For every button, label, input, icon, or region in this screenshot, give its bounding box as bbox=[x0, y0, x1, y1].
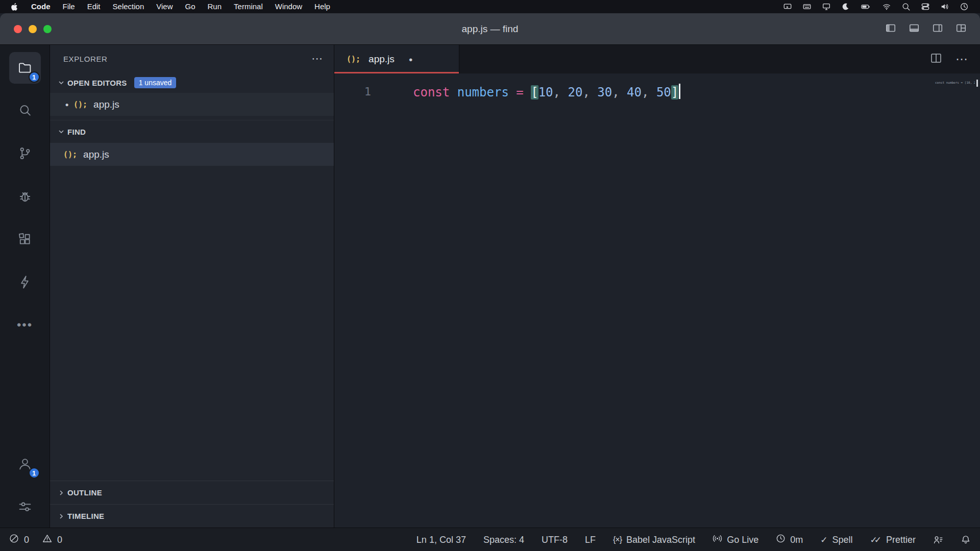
encoding-indicator[interactable]: UTF-8 bbox=[542, 535, 568, 545]
cursor-position-indicator[interactable]: Ln 1, Col 37 bbox=[416, 535, 466, 545]
minimap[interactable]: const numbers = [10, 20, 30, 40, 50] bbox=[935, 81, 975, 85]
section-find-folder[interactable]: FIND bbox=[50, 120, 334, 143]
menu-help[interactable]: Help bbox=[308, 0, 336, 13]
accounts-status-icon[interactable] bbox=[933, 535, 943, 545]
open-editor-app-js[interactable]: ● (); app.js bbox=[50, 93, 334, 116]
chevron-down-icon bbox=[55, 79, 67, 87]
tab-app-js[interactable]: (); app.js ● bbox=[334, 45, 459, 73]
file-app-js[interactable]: (); app.js bbox=[50, 143, 334, 166]
language-mode-indicator[interactable]: {×} Babel JavaScript bbox=[613, 535, 695, 545]
settings-sliders-icon bbox=[17, 499, 33, 514]
toggle-primary-sidebar-icon[interactable] bbox=[885, 22, 896, 36]
sidebar-title: EXPLORER bbox=[63, 55, 108, 63]
display-icon[interactable] bbox=[822, 2, 831, 11]
code-area[interactable]: 1 const numbers = [10, 20, 30, 40, 50] c… bbox=[334, 73, 980, 528]
menu-terminal[interactable]: Terminal bbox=[228, 0, 269, 13]
notifications-bell-icon[interactable] bbox=[961, 535, 971, 545]
menu-view[interactable]: View bbox=[150, 0, 179, 13]
minimize-window-button[interactable] bbox=[29, 25, 37, 33]
activity-explorer[interactable]: 1 bbox=[9, 52, 41, 84]
file-name: app.js bbox=[83, 149, 109, 160]
menu-run[interactable]: Run bbox=[202, 0, 228, 13]
toggle-panel-icon[interactable] bbox=[909, 22, 920, 36]
status-bar: 0 0 Ln 1, Col 37 Spaces: 4 UTF-8 LF {×} … bbox=[0, 528, 980, 551]
keyboard-icon[interactable] bbox=[802, 2, 812, 11]
menu-window[interactable]: Window bbox=[269, 0, 308, 13]
extensions-icon bbox=[17, 232, 33, 247]
go-live-button[interactable]: Go Live bbox=[713, 534, 758, 546]
eol-indicator[interactable]: LF bbox=[585, 535, 596, 545]
activity-thunder-client[interactable] bbox=[9, 266, 41, 298]
timeline-label: TIMELINE bbox=[67, 512, 104, 520]
window-controls bbox=[0, 25, 52, 33]
sidebar-header: EXPLORER ⋯ bbox=[50, 45, 334, 72]
window-title: app.js — find bbox=[0, 23, 980, 35]
unsaved-count-badge: 1 unsaved bbox=[134, 77, 177, 88]
spell-checker-indicator[interactable]: ✓ Spell bbox=[820, 535, 852, 545]
section-outline[interactable]: OUTLINE bbox=[50, 481, 334, 504]
tab-modified-dot-icon[interactable]: ● bbox=[409, 56, 413, 63]
folder-name-label: FIND bbox=[67, 128, 86, 136]
error-icon bbox=[9, 534, 19, 546]
tab-file-name: app.js bbox=[369, 54, 395, 65]
ellipsis-icon: ••• bbox=[17, 318, 33, 332]
activity-run-debug[interactable] bbox=[9, 181, 41, 212]
section-timeline[interactable]: TIMELINE bbox=[50, 504, 334, 528]
activity-accounts[interactable]: 1 bbox=[9, 448, 41, 480]
modified-dot-icon[interactable]: ● bbox=[60, 101, 74, 108]
chevron-right-icon bbox=[55, 489, 67, 497]
apple-menu-icon[interactable] bbox=[3, 3, 25, 11]
zoom-window-button[interactable] bbox=[43, 25, 52, 33]
speaker-icon[interactable] bbox=[940, 2, 949, 11]
explorer-more-actions-icon[interactable]: ⋯ bbox=[311, 53, 323, 64]
screen-mirroring-icon[interactable] bbox=[783, 2, 792, 11]
js-file-icon: (); bbox=[347, 55, 360, 64]
problems-indicator[interactable]: 0 bbox=[9, 534, 29, 546]
clock-icon[interactable] bbox=[960, 2, 969, 11]
code-line-text[interactable]: const numbers = [10, 20, 30, 40, 50] bbox=[391, 84, 680, 99]
indentation-indicator[interactable]: Spaces: 4 bbox=[483, 535, 524, 545]
activity-settings[interactable] bbox=[9, 491, 41, 522]
editor-more-actions-icon[interactable]: ⋯ bbox=[955, 53, 968, 65]
customize-layout-icon[interactable] bbox=[955, 22, 967, 36]
search-icon[interactable] bbox=[901, 2, 911, 11]
menu-edit[interactable]: Edit bbox=[81, 0, 107, 13]
activity-bar: 1 ••• 1 bbox=[0, 45, 50, 528]
wifi-icon[interactable] bbox=[882, 2, 891, 11]
macos-menu-bar: Code File Edit Selection View Go Run Ter… bbox=[0, 0, 980, 13]
menu-selection[interactable]: Selection bbox=[107, 0, 151, 13]
battery-icon[interactable] bbox=[861, 2, 872, 11]
git-branch-icon bbox=[17, 146, 33, 161]
close-window-button[interactable] bbox=[14, 25, 22, 33]
activity-extensions[interactable] bbox=[9, 223, 41, 255]
prettier-indicator[interactable]: ✓✓ Prettier bbox=[870, 535, 916, 545]
line-number: 1 bbox=[334, 85, 391, 98]
warning-icon bbox=[42, 534, 52, 546]
sidebar-explorer: EXPLORER ⋯ OPEN EDITORS 1 unsaved ● (); … bbox=[50, 45, 334, 528]
menu-go[interactable]: Go bbox=[179, 0, 202, 13]
warnings-indicator[interactable]: 0 bbox=[42, 534, 62, 546]
token-keyword: const bbox=[413, 85, 450, 99]
search-icon bbox=[17, 103, 33, 118]
editor-actions: ⋯ bbox=[930, 45, 980, 73]
moon-icon[interactable] bbox=[841, 2, 850, 11]
clock-icon bbox=[776, 534, 786, 546]
menu-app-name[interactable]: Code bbox=[25, 0, 57, 13]
section-open-editors[interactable]: OPEN EDITORS 1 unsaved bbox=[50, 72, 334, 93]
accounts-badge: 1 bbox=[29, 467, 40, 479]
token-open-bracket: [ bbox=[531, 85, 538, 99]
time-tracker-indicator[interactable]: 0m bbox=[776, 534, 803, 546]
chevron-right-icon bbox=[55, 512, 67, 520]
control-center-icon[interactable] bbox=[921, 2, 930, 11]
braces-icon: {×} bbox=[613, 535, 622, 544]
toggle-secondary-sidebar-icon[interactable] bbox=[932, 22, 943, 36]
split-editor-icon[interactable] bbox=[930, 52, 942, 66]
title-bar: app.js — find bbox=[0, 13, 980, 45]
activity-source-control[interactable] bbox=[9, 138, 41, 169]
activity-search[interactable] bbox=[9, 95, 41, 127]
explorer-badge: 1 bbox=[29, 71, 40, 83]
main-area: 1 ••• 1 bbox=[0, 45, 980, 528]
activity-more[interactable]: ••• bbox=[9, 309, 41, 341]
code-line-1: 1 const numbers = [10, 20, 30, 40, 50] bbox=[334, 80, 980, 103]
menu-file[interactable]: File bbox=[57, 0, 81, 13]
